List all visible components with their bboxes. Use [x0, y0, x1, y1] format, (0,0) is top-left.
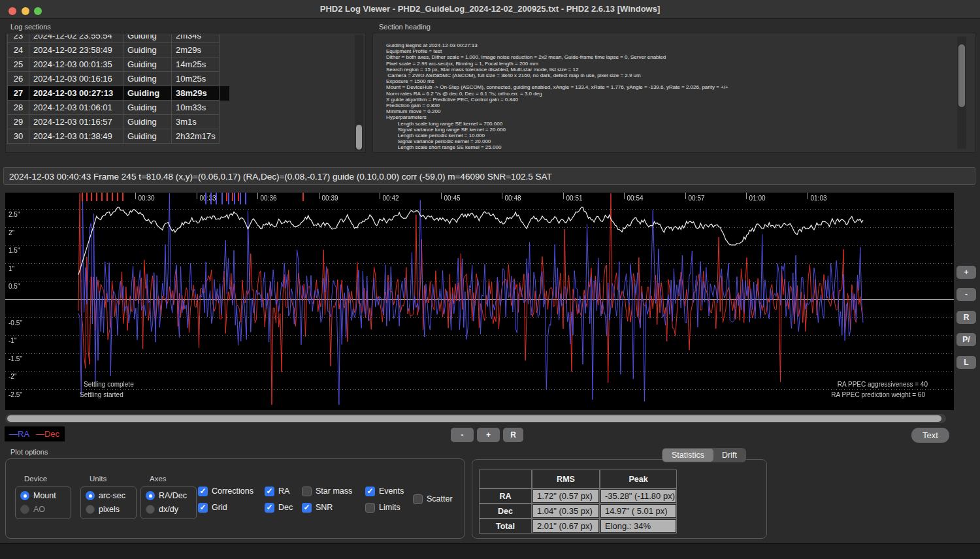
log-cell-type: Guiding	[123, 35, 172, 43]
checkbox-grid[interactable]: Grid	[198, 502, 227, 513]
text-view-button[interactable]: Text	[911, 428, 949, 443]
heading-line: X guide algorithm = Predictive PEC, Cont…	[386, 97, 948, 103]
checkbox-icon[interactable]	[413, 494, 423, 504]
radio-dx-dy[interactable]: dx/dy	[146, 504, 178, 515]
radio-ra-dec[interactable]: RA/Dec	[146, 490, 187, 501]
heading-scrollbar-track[interactable]	[957, 37, 966, 149]
section-heading-text: Guiding Begins at 2024-12-03 00:27:13Equ…	[386, 42, 948, 151]
heading-line: Hyperparameters	[386, 114, 948, 120]
checkbox-limits[interactable]: Limits	[365, 502, 400, 513]
checkbox-label: Limits	[379, 503, 400, 512]
log-section-row[interactable]: 262024-12-03 00:16:16Guiding10m25s	[7, 72, 229, 86]
radio-pixels[interactable]: pixels	[86, 504, 120, 515]
tab-drift[interactable]: Drift	[713, 449, 745, 462]
checkbox-events[interactable]: Events	[365, 486, 404, 496]
log-cell-type: Guiding	[123, 101, 172, 115]
checkbox-icon[interactable]	[198, 503, 208, 513]
log-scrollbar-track[interactable]	[355, 35, 363, 151]
tab-statistics[interactable]: Statistics	[662, 449, 713, 462]
phd2-log-viewer-window: PHD2 Log Viewer - PHD2_GuideLog_2024-12-…	[0, 0, 980, 559]
log-cell-num: 24	[7, 43, 29, 57]
log-cell-dur: 14m25s	[172, 57, 220, 72]
radio-mount[interactable]: Mount	[20, 490, 56, 501]
radio-button-icon[interactable]	[20, 491, 29, 500]
chart-hscrollbar-track[interactable]	[5, 414, 946, 423]
pixels-arcsec-toggle-button[interactable]: P/	[956, 333, 976, 346]
radio-label: AO	[33, 505, 45, 514]
stats-tab-bar: Statistics Drift	[662, 448, 746, 462]
window-bottom-strip	[0, 543, 980, 559]
checkbox-corrections[interactable]: Corrections	[198, 486, 253, 496]
checkbox-dec[interactable]: Dec	[265, 502, 293, 513]
checkbox-label: Events	[379, 487, 404, 496]
radio-button-icon[interactable]	[20, 505, 29, 514]
heading-line: Pixel scale = 2.99 arc-sec/px, Binning =…	[386, 61, 948, 67]
checkbox-icon[interactable]	[198, 487, 208, 496]
checkbox-icon[interactable]	[265, 503, 274, 513]
checkbox-icon[interactable]	[365, 487, 375, 496]
log-cell-num: 27	[7, 86, 29, 101]
stats-total-elongation: Elong.: 34%	[600, 519, 677, 534]
radio-button-icon[interactable]	[86, 491, 95, 500]
heading-line: Search region = 15 px, Star mass toleran…	[386, 67, 948, 72]
heading-line: Length scale long range SE kernel = 700.…	[386, 121, 948, 127]
radio-arc-sec[interactable]: arc-sec	[86, 490, 125, 501]
hzoom-reset-button[interactable]: R	[503, 428, 523, 442]
hzoom-plus-button[interactable]: +	[477, 428, 500, 442]
stats-row-label-dec: Dec	[479, 503, 532, 519]
log-cell-date: 2024-12-03 01:16:57	[29, 115, 123, 129]
annotation-settling-complete: Settling complete	[84, 381, 134, 388]
radio-button-icon[interactable]	[146, 505, 155, 514]
vscale-plus-button[interactable]: +	[956, 266, 976, 279]
radio-label: dx/dy	[159, 505, 178, 514]
log-section-row[interactable]: 242024-12-02 23:58:49Guiding2m29s	[7, 43, 229, 57]
heading-line: Dither = both axes, Dither scale = 1.000…	[386, 54, 948, 60]
log-cell-type: Guiding	[123, 57, 172, 72]
annotation-ppec-weight: RA PPEC prediction weight = 60	[831, 391, 925, 398]
guide-chart-canvas[interactable]	[5, 193, 954, 410]
vscale-minus-button[interactable]: -	[956, 288, 976, 301]
checkbox-ra[interactable]: RA	[265, 486, 289, 496]
log-scrollbar-thumb[interactable]	[356, 125, 362, 150]
window-titlebar: PHD2 Log Viewer - PHD2_GuideLog_2024-12-…	[0, 0, 980, 19]
radio-button-icon[interactable]	[86, 505, 95, 514]
log-cell-date: 2024-12-03 01:38:49	[29, 129, 123, 144]
heading-line: Exposure = 1500 ms	[386, 78, 948, 84]
log-cell-dur: 2m34s	[172, 35, 220, 43]
radio-ao[interactable]: AO	[20, 504, 45, 515]
group-label-axes: Axes	[150, 475, 167, 483]
checkbox-icon[interactable]	[302, 503, 312, 513]
section-heading-label: Section heading	[379, 23, 431, 31]
stats-ra-peak: -35.28" (-11.80 px)	[600, 488, 677, 503]
log-section-row[interactable]: 232024-12-02 23:55:54Guiding2m34s	[7, 35, 229, 43]
checkbox-star-mass[interactable]: Star mass	[302, 486, 352, 496]
log-section-row[interactable]: 302024-12-03 01:38:49Guiding2h32m17s	[7, 129, 229, 144]
heading-scrollbar-thumb[interactable]	[958, 44, 965, 107]
log-cell-date: 2024-12-03 01:06:01	[29, 101, 123, 115]
heading-line: Guiding Begins at 2024-12-03 00:27:13	[386, 42, 948, 48]
log-section-row[interactable]: 292024-12-03 01:16:57Guiding3m1s	[7, 115, 229, 129]
log-cell-num: 28	[7, 101, 29, 115]
log-sections-label: Log sections	[10, 23, 51, 31]
vscale-reset-button[interactable]: R	[956, 311, 976, 324]
radio-button-icon[interactable]	[146, 491, 155, 500]
chart-hscrollbar-thumb[interactable]	[7, 415, 941, 422]
checkbox-scatter[interactable]: Scatter	[413, 494, 453, 504]
log-section-row[interactable]: 272024-12-03 00:27:13Guiding38m29s	[7, 86, 229, 101]
log-cell-num: 25	[7, 57, 29, 72]
frame-status-line: 2024-12-03 00:40:43 Frame 245 t=810.48 (…	[3, 167, 975, 185]
log-table: 232024-12-02 23:55:54Guiding2m34s242024-…	[7, 35, 229, 150]
checkbox-icon[interactable]	[302, 487, 312, 496]
log-section-row[interactable]: 282024-12-03 01:06:01Guiding10m33s	[7, 101, 229, 115]
log-cell-date: 2024-12-02 23:58:49	[29, 43, 123, 57]
checkbox-icon[interactable]	[365, 503, 375, 513]
stats-row-label-ra: RA	[479, 488, 532, 503]
checkbox-icon[interactable]	[265, 487, 274, 496]
checkbox-snr[interactable]: SNR	[302, 502, 333, 513]
annotation-ppec-aggressiveness: RA PPEC aggressiveness = 40	[838, 381, 928, 388]
plot-options-label: Plot options	[10, 448, 48, 456]
log-section-row[interactable]: 252024-12-03 00:01:35Guiding14m25s	[7, 57, 229, 72]
hzoom-minus-button[interactable]: -	[451, 428, 474, 442]
lock-button[interactable]: L	[956, 356, 976, 369]
group-label-device: Device	[24, 475, 47, 483]
